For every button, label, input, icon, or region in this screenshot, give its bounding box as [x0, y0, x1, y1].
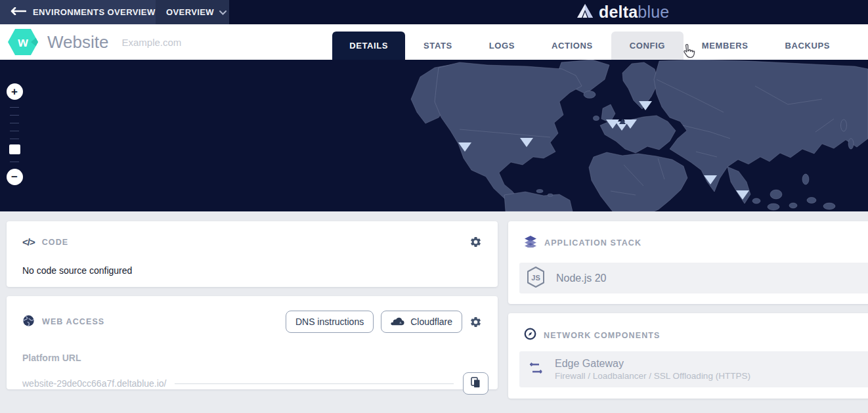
tab-backups[interactable]: BACKUPS	[767, 32, 848, 60]
app-domain: Example.com	[121, 37, 181, 48]
overview-dropdown-label: OVERVIEW	[166, 7, 214, 17]
tab-config[interactable]: CONFIG	[611, 32, 684, 60]
application-stack-card: APPLICATION STACK JS Node.js 20	[508, 221, 868, 304]
tab-stats[interactable]: STATS	[405, 32, 471, 60]
network-components-card-title: NETWORK COMPONENTS	[544, 331, 660, 340]
deployment-world-map[interactable]: + −	[0, 60, 868, 211]
back-to-environments-button[interactable]: ENVIRONMENTS OVERVIEW	[0, 0, 156, 24]
website-hexagon-icon: w	[8, 29, 38, 55]
map-land-asia	[654, 60, 868, 192]
stack-item-nodejs[interactable]: JS Node.js 20	[519, 263, 868, 293]
deltablue-logo: deltablue	[576, 0, 669, 24]
svg-text:JS: JS	[531, 273, 540, 281]
network-item-name: Edge Gateway	[555, 358, 750, 370]
back-arrow-icon	[11, 7, 26, 17]
map-land-africa	[589, 152, 687, 211]
zoom-slider-tick	[10, 123, 19, 123]
web-access-settings-gear-icon[interactable]	[469, 316, 482, 328]
map-land-iceland	[584, 91, 596, 98]
world-map-svg	[0, 60, 868, 211]
url-divider-line	[175, 383, 454, 384]
zoom-slider-tick	[10, 115, 19, 116]
map-land-se-asia	[727, 167, 750, 204]
network-compass-icon	[524, 328, 536, 343]
deltablue-logo-icon	[576, 3, 594, 21]
back-button-label: ENVIRONMENTS OVERVIEW	[33, 7, 156, 17]
zoom-slider-handle[interactable]	[9, 144, 20, 154]
brand-wordmark: deltablue	[599, 3, 669, 22]
application-stack-card-title: APPLICATION STACK	[544, 238, 641, 248]
layers-icon	[524, 236, 537, 250]
cloudflare-cloud-icon	[391, 316, 405, 328]
web-access-card: WEB ACCESS DNS instructions Cloudflare P…	[7, 296, 498, 389]
overview-dropdown[interactable]: OVERVIEW	[156, 0, 229, 24]
map-land-south-america	[504, 192, 573, 211]
zoom-slider-tick	[10, 107, 19, 108]
platform-url-value: website-29de0cc66a7f.deltablue.io/	[22, 378, 167, 389]
code-card: </> CODE No code source configured	[7, 221, 498, 287]
tab-members[interactable]: MEMBERS	[684, 32, 767, 60]
map-land-north-america	[435, 62, 582, 211]
tab-details[interactable]: DETAILS	[332, 32, 405, 60]
top-navigation-bar: ENVIRONMENTS OVERVIEW OVERVIEW deltablue	[0, 0, 868, 24]
copy-url-button[interactable]	[463, 372, 488, 395]
zoom-slider-tick	[10, 162, 19, 162]
platform-url-label: Platform URL	[7, 333, 498, 363]
map-zoom-controls: + −	[5, 83, 24, 185]
app-header: w Website Example.com DETAILS STATS LOGS…	[0, 24, 868, 60]
globe-icon	[22, 315, 35, 330]
copy-icon	[471, 377, 481, 390]
tab-logs[interactable]: LOGS	[471, 32, 533, 60]
bidirectional-arrows-icon	[527, 361, 544, 378]
stack-item-name: Node.js 20	[556, 272, 607, 284]
network-item-edge-gateway[interactable]: Edge Gateway Firewall / Loadbalancer / S…	[519, 351, 868, 387]
zoom-in-button[interactable]: +	[7, 83, 23, 100]
nodejs-icon: JS	[526, 266, 546, 291]
code-card-title: CODE	[42, 238, 69, 247]
dns-instructions-label: DNS instructions	[295, 316, 364, 327]
cloudflare-label: Cloudflare	[410, 316, 452, 327]
map-land-ireland	[594, 116, 599, 121]
code-icon: </>	[22, 236, 35, 248]
network-item-description: Firewall / Loadbalancer / SSL Offloading…	[555, 371, 750, 381]
chevron-down-icon	[219, 7, 227, 17]
details-content: </> CODE No code source configured WEB A…	[0, 211, 868, 413]
tab-actions[interactable]: ACTIONS	[533, 32, 611, 60]
page-title: Website	[47, 32, 108, 53]
tab-bar: DETAILS STATS LOGS ACTIONS CONFIG MEMBER…	[332, 32, 848, 60]
app-identity: w Website Example.com	[8, 29, 181, 55]
zoom-out-button[interactable]: −	[7, 169, 23, 185]
web-access-card-title: WEB ACCESS	[42, 317, 104, 326]
code-settings-gear-icon[interactable]	[469, 236, 482, 248]
cloudflare-button[interactable]: Cloudflare	[381, 311, 462, 333]
zoom-slider-tick	[10, 131, 19, 131]
network-components-card: NETWORK COMPONENTS Edge Gateway Firewall…	[508, 313, 868, 399]
hexagon-notch	[31, 36, 38, 48]
dns-instructions-button[interactable]: DNS instructions	[286, 311, 374, 333]
code-empty-message: No code source configured	[7, 248, 498, 276]
zoom-slider-tick	[10, 139, 19, 139]
website-initial: w	[18, 35, 28, 50]
